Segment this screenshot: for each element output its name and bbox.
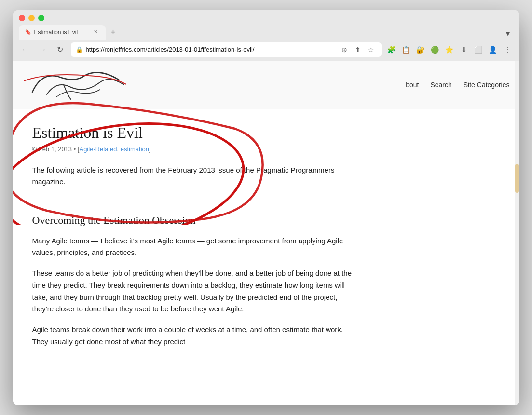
- article-intro: The following article is recovered from …: [32, 164, 360, 187]
- article-para-2: These teams do a better job of predictin…: [32, 268, 360, 315]
- new-tab-button[interactable]: +: [107, 26, 120, 40]
- traffic-lights: [19, 15, 514, 21]
- active-tab[interactable]: 🔖 Estimation is Evil ✕: [19, 25, 106, 40]
- extension-1[interactable]: 🧩: [385, 43, 398, 56]
- article-meta: © Feb 1, 2013 • [Agile-Related, estimati…: [32, 146, 360, 153]
- agile-related-link[interactable]: Agile-Related: [79, 146, 117, 153]
- extension-7[interactable]: ⬜: [472, 43, 485, 56]
- bookmark-icon[interactable]: ☆: [366, 44, 377, 55]
- site-nav: bout Search Site Categories: [406, 81, 509, 89]
- extension-6[interactable]: ⬇: [458, 43, 470, 56]
- extension-4[interactable]: 🟢: [429, 43, 441, 56]
- title-bar: 🔖 Estimation is Evil ✕ + ▾: [13, 10, 519, 40]
- tab-title-label: Estimation is Evil: [34, 29, 89, 36]
- url-text: https://ronjeffries.com/articles/2013-01…: [86, 46, 336, 53]
- back-button[interactable]: ←: [19, 43, 32, 56]
- extension-5[interactable]: ⭐: [443, 43, 456, 56]
- about-nav-link[interactable]: bout: [406, 81, 419, 89]
- page-content[interactable]: bout Search Site Categories Estimation i…: [13, 61, 519, 405]
- tab-dropdown-button[interactable]: ▾: [502, 28, 514, 40]
- site-logo[interactable]: [23, 66, 129, 104]
- more-menu-button[interactable]: ⋮: [501, 43, 514, 56]
- address-bar-row: ← → ↻ 🔒 https://ronjeffries.com/articles…: [13, 40, 519, 61]
- article-para-3: Agile teams break down their work into a…: [32, 324, 360, 348]
- forward-button[interactable]: →: [36, 43, 50, 56]
- estimation-link[interactable]: estimation: [121, 146, 149, 153]
- article-body: Estimation is Evil © Feb 1, 2013 • [Agil…: [13, 109, 380, 371]
- scrollbar-thumb[interactable]: [515, 164, 519, 193]
- tab-close-button[interactable]: ✕: [92, 28, 100, 36]
- site-header: bout Search Site Categories: [13, 61, 519, 109]
- extension-3[interactable]: 🔐: [414, 43, 427, 56]
- article-para-1: Many Agile teams — I believe it's most A…: [32, 235, 360, 259]
- search-nav-link[interactable]: Search: [430, 81, 451, 89]
- extension-2[interactable]: 📋: [400, 43, 412, 56]
- tab-favicon-icon: 🔖: [25, 29, 31, 36]
- article-divider: [32, 202, 360, 202]
- minimize-button[interactable]: [28, 15, 35, 21]
- tabs-row: 🔖 Estimation is Evil ✕ + ▾: [19, 25, 514, 40]
- article-subtitle: Overcoming the Estimation Obsession: [32, 214, 360, 227]
- extension-8[interactable]: 👤: [487, 43, 499, 56]
- scrollbar[interactable]: [515, 61, 519, 405]
- share-icon[interactable]: ⬆: [353, 44, 363, 55]
- lock-icon: 🔒: [76, 46, 83, 53]
- refresh-button[interactable]: ↻: [54, 43, 67, 56]
- annotation-circle: [13, 100, 278, 225]
- close-button[interactable]: [19, 15, 25, 21]
- browser-window: 🔖 Estimation is Evil ✕ + ▾ ← → ↻ 🔒 https…: [13, 10, 519, 405]
- meta-comma: ,: [117, 146, 121, 153]
- maximize-button[interactable]: [38, 15, 44, 21]
- address-bar[interactable]: 🔒 https://ronjeffries.com/articles/2013-…: [71, 42, 382, 57]
- article-date: © Feb 1, 2013 • [: [32, 146, 80, 153]
- article-title: Estimation is Evil: [32, 124, 360, 142]
- extensions-area: 🧩 📋 🔐 🟢 ⭐ ⬇ ⬜ 👤 ⋮: [385, 43, 514, 56]
- site-categories-nav-link[interactable]: Site Categories: [464, 81, 510, 89]
- meta-close: ]: [149, 146, 151, 153]
- location-icon: ⊕: [339, 44, 350, 55]
